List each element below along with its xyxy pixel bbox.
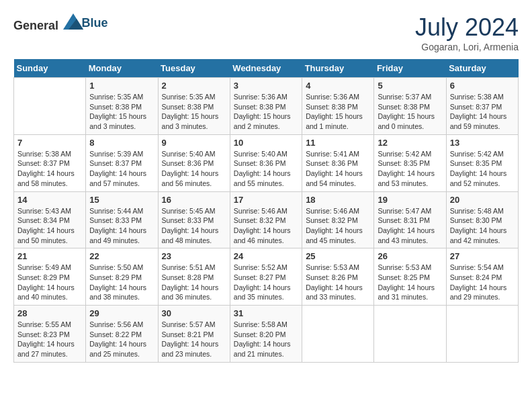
day-info: Sunrise: 5:40 AMSunset: 8:36 PMDaylight:… [162, 150, 219, 187]
calendar-cell: 5 Sunrise: 5:37 AMSunset: 8:38 PMDayligh… [374, 78, 446, 135]
calendar-week-row: 1 Sunrise: 5:35 AMSunset: 8:38 PMDayligh… [14, 78, 519, 135]
day-number: 6 [450, 81, 515, 91]
calendar-week-row: 21 Sunrise: 5:49 AMSunset: 8:29 PMDaylig… [14, 248, 519, 306]
title-block: July 2024 Gogaran, Lori, Armenia [415, 13, 519, 52]
day-info: Sunrise: 5:35 AMSunset: 8:38 PMDaylight:… [162, 93, 219, 130]
day-number: 26 [378, 251, 442, 261]
calendar-cell: 14 Sunrise: 5:43 AMSunset: 8:34 PMDaylig… [14, 191, 86, 248]
header-sunday: Sunday [14, 59, 86, 78]
day-info: Sunrise: 5:45 AMSunset: 8:33 PMDaylight:… [162, 207, 219, 244]
day-number: 3 [234, 81, 298, 91]
logo-general: General [13, 19, 58, 32]
day-number: 9 [162, 138, 226, 148]
day-number: 29 [89, 308, 154, 318]
day-number: 7 [17, 138, 82, 148]
day-number: 13 [450, 138, 515, 148]
location-subtitle: Gogaran, Lori, Armenia [415, 42, 519, 52]
day-number: 11 [306, 138, 370, 148]
day-info: Sunrise: 5:38 AMSunset: 8:37 PMDaylight:… [450, 93, 507, 130]
day-number: 15 [89, 195, 154, 205]
calendar-cell: 26 Sunrise: 5:53 AMSunset: 8:25 PMDaylig… [374, 248, 446, 306]
calendar-cell: 22 Sunrise: 5:50 AMSunset: 8:29 PMDaylig… [86, 248, 158, 306]
day-number: 19 [378, 195, 442, 205]
calendar-cell: 4 Sunrise: 5:36 AMSunset: 8:38 PMDayligh… [302, 78, 374, 135]
calendar-body: 1 Sunrise: 5:35 AMSunset: 8:38 PMDayligh… [14, 78, 519, 363]
calendar-cell: 16 Sunrise: 5:45 AMSunset: 8:33 PMDaylig… [158, 191, 230, 248]
weekday-header-row: Sunday Monday Tuesday Wednesday Thursday… [14, 59, 519, 78]
day-info: Sunrise: 5:39 AMSunset: 8:37 PMDaylight:… [89, 150, 146, 187]
calendar-week-row: 28 Sunrise: 5:55 AMSunset: 8:23 PMDaylig… [14, 306, 519, 363]
day-info: Sunrise: 5:56 AMSunset: 8:22 PMDaylight:… [89, 320, 146, 358]
day-number: 28 [17, 308, 82, 318]
day-number: 27 [450, 251, 515, 261]
day-number: 25 [306, 251, 370, 261]
calendar-cell: 27 Sunrise: 5:54 AMSunset: 8:24 PMDaylig… [446, 248, 518, 306]
calendar-cell: 8 Sunrise: 5:39 AMSunset: 8:37 PMDayligh… [86, 134, 158, 191]
calendar-cell [446, 306, 518, 363]
calendar-week-row: 7 Sunrise: 5:38 AMSunset: 8:37 PMDayligh… [14, 134, 519, 191]
day-info: Sunrise: 5:42 AMSunset: 8:35 PMDaylight:… [378, 150, 435, 187]
calendar-table: Sunday Monday Tuesday Wednesday Thursday… [13, 59, 519, 363]
header-friday: Friday [374, 59, 446, 78]
calendar-cell: 7 Sunrise: 5:38 AMSunset: 8:37 PMDayligh… [14, 134, 86, 191]
day-info: Sunrise: 5:36 AMSunset: 8:38 PMDaylight:… [234, 93, 291, 130]
header-tuesday: Tuesday [158, 59, 230, 78]
day-info: Sunrise: 5:57 AMSunset: 8:21 PMDaylight:… [162, 320, 219, 358]
calendar-cell: 30 Sunrise: 5:57 AMSunset: 8:21 PMDaylig… [158, 306, 230, 363]
day-number: 30 [162, 308, 226, 318]
day-number: 5 [378, 81, 442, 91]
day-info: Sunrise: 5:46 AMSunset: 8:32 PMDaylight:… [306, 207, 363, 244]
calendar-cell: 24 Sunrise: 5:52 AMSunset: 8:27 PMDaylig… [230, 248, 302, 306]
header-monday: Monday [86, 59, 158, 78]
day-info: Sunrise: 5:37 AMSunset: 8:38 PMDaylight:… [378, 93, 435, 130]
calendar-cell [14, 78, 86, 135]
calendar-cell: 29 Sunrise: 5:56 AMSunset: 8:22 PMDaylig… [86, 306, 158, 363]
calendar-cell: 3 Sunrise: 5:36 AMSunset: 8:38 PMDayligh… [230, 78, 302, 135]
calendar-cell: 21 Sunrise: 5:49 AMSunset: 8:29 PMDaylig… [14, 248, 86, 306]
day-number: 17 [234, 195, 298, 205]
day-number: 22 [89, 251, 154, 261]
day-info: Sunrise: 5:50 AMSunset: 8:29 PMDaylight:… [89, 263, 146, 301]
day-info: Sunrise: 5:35 AMSunset: 8:38 PMDaylight:… [89, 93, 146, 130]
logo: General Blue [13, 13, 108, 33]
header-saturday: Saturday [446, 59, 518, 78]
day-info: Sunrise: 5:55 AMSunset: 8:23 PMDaylight:… [17, 320, 75, 358]
day-info: Sunrise: 5:43 AMSunset: 8:34 PMDaylight:… [17, 207, 75, 244]
calendar-header: Sunday Monday Tuesday Wednesday Thursday… [14, 59, 519, 78]
day-number: 2 [162, 81, 226, 91]
calendar-cell [302, 306, 374, 363]
calendar-cell: 11 Sunrise: 5:41 AMSunset: 8:36 PMDaylig… [302, 134, 374, 191]
day-info: Sunrise: 5:40 AMSunset: 8:36 PMDaylight:… [234, 150, 291, 187]
calendar-cell: 13 Sunrise: 5:42 AMSunset: 8:35 PMDaylig… [446, 134, 518, 191]
day-info: Sunrise: 5:53 AMSunset: 8:25 PMDaylight:… [378, 263, 435, 301]
day-info: Sunrise: 5:42 AMSunset: 8:35 PMDaylight:… [450, 150, 507, 187]
day-info: Sunrise: 5:54 AMSunset: 8:24 PMDaylight:… [450, 263, 507, 301]
day-number: 4 [306, 81, 370, 91]
day-number: 31 [234, 308, 298, 318]
day-info: Sunrise: 5:48 AMSunset: 8:30 PMDaylight:… [450, 207, 507, 244]
calendar-week-row: 14 Sunrise: 5:43 AMSunset: 8:34 PMDaylig… [14, 191, 519, 248]
day-number: 18 [306, 195, 370, 205]
calendar-cell: 20 Sunrise: 5:48 AMSunset: 8:30 PMDaylig… [446, 191, 518, 248]
day-info: Sunrise: 5:38 AMSunset: 8:37 PMDaylight:… [17, 150, 75, 187]
day-info: Sunrise: 5:36 AMSunset: 8:38 PMDaylight:… [306, 93, 363, 130]
day-number: 14 [17, 195, 82, 205]
header-wednesday: Wednesday [230, 59, 302, 78]
calendar-cell: 12 Sunrise: 5:42 AMSunset: 8:35 PMDaylig… [374, 134, 446, 191]
calendar-cell: 18 Sunrise: 5:46 AMSunset: 8:32 PMDaylig… [302, 191, 374, 248]
calendar-cell: 17 Sunrise: 5:46 AMSunset: 8:32 PMDaylig… [230, 191, 302, 248]
day-info: Sunrise: 5:52 AMSunset: 8:27 PMDaylight:… [234, 263, 291, 301]
calendar-cell: 2 Sunrise: 5:35 AMSunset: 8:38 PMDayligh… [158, 78, 230, 135]
day-number: 23 [162, 251, 226, 261]
calendar-cell: 6 Sunrise: 5:38 AMSunset: 8:37 PMDayligh… [446, 78, 518, 135]
calendar-cell: 23 Sunrise: 5:51 AMSunset: 8:28 PMDaylig… [158, 248, 230, 306]
page-header: General Blue July 2024 Gogaran, Lori, Ar… [13, 13, 519, 52]
calendar-cell [374, 306, 446, 363]
day-info: Sunrise: 5:41 AMSunset: 8:36 PMDaylight:… [306, 150, 363, 187]
day-number: 16 [162, 195, 226, 205]
calendar-cell: 28 Sunrise: 5:55 AMSunset: 8:23 PMDaylig… [14, 306, 86, 363]
day-info: Sunrise: 5:47 AMSunset: 8:31 PMDaylight:… [378, 207, 435, 244]
day-number: 21 [17, 251, 82, 261]
calendar-cell: 9 Sunrise: 5:40 AMSunset: 8:36 PMDayligh… [158, 134, 230, 191]
day-number: 8 [89, 138, 154, 148]
